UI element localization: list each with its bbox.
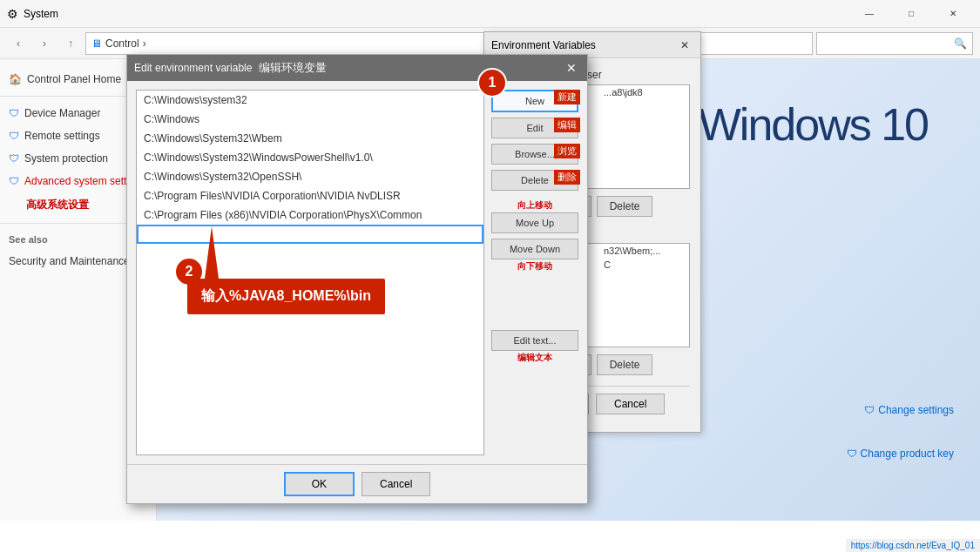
- change-product-key-label: Change product key: [861, 448, 954, 460]
- edit-edit-btn[interactable]: Edit: [491, 118, 578, 138]
- edit-env-item-4[interactable]: C:\Windows\System32\OpenSSH\: [137, 167, 483, 186]
- annotation-bubble-2: 2: [174, 257, 204, 286]
- search-bar[interactable]: 🔍: [816, 32, 973, 55]
- device-manager-label: Device Manager: [24, 107, 100, 119]
- edit-delete-btn[interactable]: Delete: [491, 170, 578, 191]
- shield-icon-remote: 🛡: [9, 130, 19, 142]
- edit-text-btn-wrapper: Edit text... 编辑文本: [491, 330, 578, 364]
- home-icon: 🏠: [9, 73, 22, 85]
- title-bar-controls: — □ ✕: [849, 0, 973, 28]
- breadcrumb-arrow: ›: [143, 37, 146, 50]
- minimize-button[interactable]: —: [849, 0, 889, 28]
- up-button[interactable]: ↑: [59, 32, 82, 55]
- advanced-cn-label: 高级系统设置: [9, 198, 89, 212]
- back-button[interactable]: ‹: [7, 32, 30, 55]
- env-sys-path-value: n32\Wbem;...: [604, 246, 686, 256]
- edit-move-up-btn[interactable]: Move Up: [491, 212, 578, 233]
- env-user-var-value: ...a8\jdk8: [604, 87, 686, 98]
- change-product-key-link[interactable]: 🛡 Change product key: [847, 448, 954, 460]
- edit-env-input-row: [144, 228, 476, 240]
- edit-env-title: Edit environment variable 编辑环境变量: [134, 60, 327, 76]
- shield-icon-product: 🛡: [847, 448, 857, 460]
- search-input[interactable]: [822, 37, 950, 50]
- browse-btn-wrapper: Browse... 浏览: [491, 144, 578, 165]
- sys-delete-btn[interactable]: Delete: [597, 354, 653, 375]
- security-label: Security and Maintenance: [9, 255, 130, 267]
- move-up-cn-label: 向上移动: [491, 199, 578, 212]
- shield-icon-protection: 🛡: [9, 152, 19, 165]
- move-up-btn-wrapper: 向上移动 Move Up: [491, 199, 578, 233]
- forward-button[interactable]: ›: [33, 32, 56, 55]
- shield-icon-device: 🛡: [9, 107, 19, 119]
- edit-env-footer: OK Cancel: [127, 464, 587, 503]
- url-bar: https://blog.csdn.net/Eva_IQ_01: [846, 539, 980, 552]
- edit-move-down-btn[interactable]: Move Down: [491, 239, 578, 259]
- edit-new-btn[interactable]: New: [491, 90, 578, 112]
- control-panel-home-label: Control Panel Home: [27, 73, 121, 85]
- window-icon: ⚙: [7, 7, 18, 21]
- change-settings-label: Change settings: [878, 404, 954, 416]
- edit-browse-btn[interactable]: Browse...: [491, 144, 578, 165]
- annotation-bubble-1: 1: [477, 68, 507, 98]
- user-delete-btn[interactable]: Delete: [597, 196, 653, 217]
- edit-env-item-5[interactable]: C:\Program Files\NVIDIA Corporation\NVID…: [137, 186, 483, 205]
- edit-env-item-1[interactable]: C:\Windows: [137, 110, 483, 129]
- new-btn-wrapper: New 新建: [491, 90, 578, 112]
- remote-settings-label: Remote settings: [24, 130, 100, 142]
- env-vars-title: Environment Variables: [491, 39, 596, 51]
- edit-env-cancel-btn[interactable]: Cancel: [362, 472, 430, 496]
- shield-icon-advanced: 🛡: [9, 175, 19, 187]
- edit-env-ok-btn[interactable]: OK: [284, 472, 355, 496]
- move-down-btn-wrapper: Move Down 向下移动: [491, 239, 578, 273]
- system-protection-label: System protection: [24, 152, 108, 165]
- edit-text-cn-label: 编辑文本: [491, 352, 578, 364]
- breadcrumb-text: Control: [105, 37, 139, 50]
- move-down-cn-label: 向下移动: [491, 260, 578, 273]
- edit-env-item-2[interactable]: C:\Windows\System32\Wbem: [137, 129, 483, 148]
- edit-btn-wrapper: Edit 编辑: [491, 118, 578, 138]
- delete-btn-wrapper: Delete 删除: [491, 170, 578, 191]
- edit-env-text-input[interactable]: [144, 228, 476, 240]
- edit-env-close-btn[interactable]: ✕: [563, 59, 580, 77]
- env-sys-temp-value: C: [604, 259, 686, 270]
- window-title: System: [24, 8, 58, 20]
- advanced-settings-label: Advanced system setti...: [24, 175, 138, 187]
- maximize-button[interactable]: □: [891, 0, 931, 28]
- edit-text-btn[interactable]: Edit text...: [491, 330, 578, 351]
- search-icon: 🔍: [954, 37, 967, 50]
- breadcrumb: 🖥 Control ›: [85, 32, 813, 55]
- close-button[interactable]: ✕: [933, 0, 973, 28]
- change-settings-link[interactable]: 🛡 Change settings: [864, 404, 954, 416]
- title-bar-left: ⚙ System: [7, 7, 58, 21]
- edit-env-item-3[interactable]: C:\Windows\System32\WindowsPowerShell\v1…: [137, 148, 483, 167]
- edit-env-title-bar: Edit environment variable 编辑环境变量 ✕: [127, 55, 587, 81]
- shield-icon-settings: 🛡: [864, 404, 875, 416]
- edit-env-title-en: Edit environment variable: [134, 62, 252, 74]
- edit-env-sidebar: New 新建 Edit 编辑 Browse... 浏览 Delete 删除 向上…: [491, 90, 578, 455]
- win10-text: Windows 10: [699, 98, 928, 151]
- env-vars-close-btn[interactable]: ✕: [676, 37, 693, 54]
- title-bar: ⚙ System — □ ✕: [0, 0, 980, 28]
- edit-env-item-0[interactable]: C:\Windows\system32: [137, 91, 483, 110]
- main-window: ⚙ System — □ ✕ ‹ › ↑ 🖥 Control › 🔍 🏠 Con…: [0, 0, 980, 552]
- env-vars-cancel-btn[interactable]: Cancel: [596, 394, 665, 414]
- edit-env-item-7[interactable]: [137, 225, 483, 244]
- edit-env-item-6[interactable]: C:\Program Files (x86)\NVIDIA Corporatio…: [137, 205, 483, 225]
- breadcrumb-icon: 🖥: [91, 37, 102, 50]
- edit-env-title-cn: 编辑环境变量: [259, 60, 327, 76]
